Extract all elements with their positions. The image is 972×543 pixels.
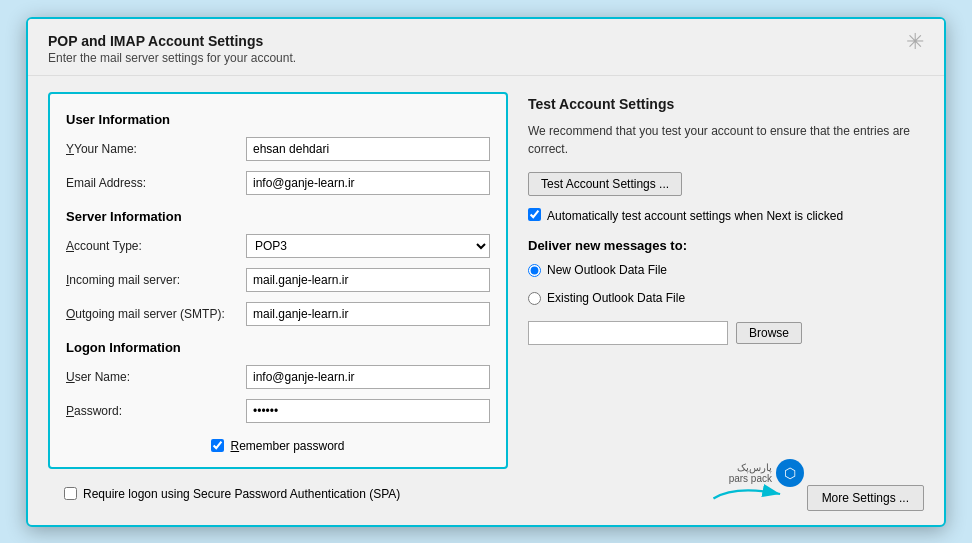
spa-checkbox[interactable]: [64, 487, 77, 500]
left-panel: User Information YYour Name: Email Addre…: [48, 92, 508, 469]
password-row: Password:: [66, 399, 490, 423]
email-address-label: Email Address:: [66, 176, 246, 190]
username-input[interactable]: [246, 365, 490, 389]
dialog-footer: پارس‌پکpars pack ⬡ More Settings ...: [28, 505, 944, 525]
remember-password-checkbox[interactable]: [211, 439, 224, 452]
dialog-header: POP and IMAP Account Settings Enter the …: [28, 19, 944, 76]
dialog-title: POP and IMAP Account Settings: [48, 33, 296, 49]
browse-button[interactable]: Browse: [736, 322, 802, 344]
auto-test-checkbox[interactable]: [528, 208, 541, 221]
account-settings-dialog: POP and IMAP Account Settings Enter the …: [26, 17, 946, 527]
your-name-row: YYour Name:: [66, 137, 490, 161]
server-info-section-title: Server Information: [66, 209, 490, 224]
your-name-input[interactable]: [246, 137, 490, 161]
spa-label: Require logon using Secure Password Auth…: [83, 487, 400, 501]
username-label: User Name:: [66, 370, 246, 384]
your-name-label: YYour Name:: [66, 142, 246, 156]
cursor-icon: ✳: [906, 29, 924, 55]
password-label: Password:: [66, 404, 246, 418]
incoming-server-row: Incoming mail server:: [66, 268, 490, 292]
outgoing-server-input[interactable]: [246, 302, 490, 326]
incoming-server-input[interactable]: [246, 268, 490, 292]
remember-password-label: Remember password: [230, 439, 344, 453]
new-outlook-row: New Outlook Data File: [528, 263, 924, 277]
new-outlook-label: New Outlook Data File: [547, 263, 667, 277]
outgoing-server-label: Outgoing mail server (SMTP):: [66, 307, 246, 321]
test-account-title: Test Account Settings: [528, 96, 924, 112]
more-settings-button[interactable]: More Settings ...: [807, 485, 924, 511]
new-outlook-radio[interactable]: [528, 264, 541, 277]
browse-row: Browse: [528, 321, 924, 345]
remember-password-row: Remember password: [66, 439, 490, 453]
password-input[interactable]: [246, 399, 490, 423]
test-account-settings-button[interactable]: Test Account Settings ...: [528, 172, 682, 196]
existing-outlook-label: Existing Outlook Data File: [547, 291, 685, 305]
outgoing-server-row: Outgoing mail server (SMTP):: [66, 302, 490, 326]
arrow-indicator: [709, 479, 789, 509]
username-row: User Name:: [66, 365, 490, 389]
account-type-select[interactable]: POP3 IMAP: [246, 234, 490, 258]
user-info-section-title: User Information: [66, 112, 490, 127]
deliver-title: Deliver new messages to:: [528, 238, 924, 253]
auto-test-row: Automatically test account settings when…: [528, 208, 924, 225]
browse-path-input[interactable]: [528, 321, 728, 345]
auto-test-label: Automatically test account settings when…: [547, 208, 843, 225]
email-address-row: Email Address:: [66, 171, 490, 195]
dialog-body: User Information YYour Name: Email Addre…: [28, 76, 944, 479]
email-address-input[interactable]: [246, 171, 490, 195]
account-type-label: Account Type:: [66, 239, 246, 253]
logon-info-section-title: Logon Information: [66, 340, 490, 355]
existing-outlook-row: Existing Outlook Data File: [528, 291, 924, 305]
existing-outlook-radio[interactable]: [528, 292, 541, 305]
header-text: POP and IMAP Account Settings Enter the …: [48, 33, 296, 65]
account-type-row: Account Type: POP3 IMAP: [66, 234, 490, 258]
incoming-server-label: Incoming mail server:: [66, 273, 246, 287]
right-panel: Test Account Settings We recommend that …: [528, 92, 924, 469]
dialog-subtitle: Enter the mail server settings for your …: [48, 51, 296, 65]
test-account-desc: We recommend that you test your account …: [528, 122, 924, 158]
